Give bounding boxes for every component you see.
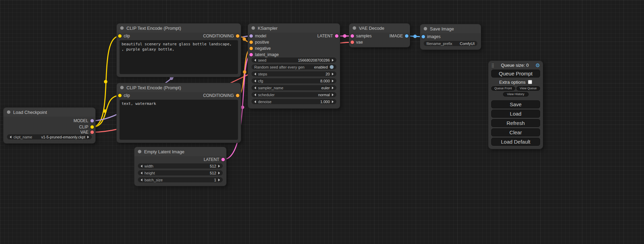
images-input-port[interactable]: [422, 35, 425, 38]
widget-label: scheduler: [258, 93, 275, 97]
height-widget[interactable]: height 512: [138, 170, 223, 175]
collapse-dot-icon[interactable]: [353, 26, 356, 30]
prev-value-icon[interactable]: [10, 136, 11, 138]
cfg-widget[interactable]: cfg 8.000: [252, 78, 336, 83]
latent-image-input-label: latent_image: [255, 52, 279, 58]
toggle-icon[interactable]: [330, 65, 334, 69]
seed-widget[interactable]: seed 156680208700286: [252, 57, 336, 63]
queue-front-button[interactable]: Queue Front: [491, 86, 515, 91]
ckpt-name-widget[interactable]: ckpt_name v1-5-pruned-emaonly.ckpt: [7, 134, 92, 139]
random-seed-toggle-widget[interactable]: Random seed after every gen enabled: [252, 64, 336, 70]
collapse-dot-icon[interactable]: [424, 27, 427, 30]
refresh-button[interactable]: Refresh: [491, 119, 540, 127]
node-load-checkpoint-header[interactable]: Load Checkpoint: [3, 108, 95, 117]
node-ksampler[interactable]: KSampler model LATENT positive negative …: [248, 24, 340, 108]
node-clip-text-encode-negative[interactable]: CLIP Text Encode (Prompt) clip CONDITION…: [117, 83, 241, 143]
next-value-icon[interactable]: [332, 93, 334, 96]
queue-prompt-button[interactable]: Queue Prompt: [491, 70, 540, 78]
latent-output-port[interactable]: [335, 34, 338, 38]
negative-input-port[interactable]: [249, 47, 253, 50]
next-value-icon[interactable]: [87, 136, 89, 138]
slot-row: samples IMAGE: [349, 33, 410, 39]
widget-label: ckpt_name: [14, 135, 32, 139]
node-empty-latent-header[interactable]: Empty Latent Image: [134, 147, 226, 156]
sampler-name-widget[interactable]: sampler_name euler: [252, 85, 336, 90]
save-button[interactable]: Save: [491, 100, 540, 108]
slot-row: clip CONDITIONING: [117, 92, 241, 99]
settings-gear-icon[interactable]: ⚙: [536, 63, 540, 68]
increment-icon[interactable]: [218, 172, 220, 174]
widget-label: width: [144, 164, 153, 168]
model-output-port[interactable]: [90, 119, 94, 123]
node-save-image-header[interactable]: Save Image: [420, 24, 481, 33]
collapse-dot-icon[interactable]: [120, 26, 124, 30]
view-queue-button[interactable]: View Queue: [517, 86, 540, 91]
extra-options-checkbox[interactable]: [528, 80, 532, 84]
scheduler-widget[interactable]: scheduler normal: [252, 92, 336, 97]
filename-prefix-widget[interactable]: filename_prefix ComfyUI: [424, 41, 477, 46]
conditioning-output-port[interactable]: [236, 94, 239, 97]
positive-input-port[interactable]: [249, 40, 253, 44]
node-load-checkpoint[interactable]: Load Checkpoint MODEL CLIP VAE ckpt_name…: [3, 108, 95, 143]
conditioning-output-port[interactable]: [236, 34, 239, 38]
vae-output-port[interactable]: [90, 130, 94, 134]
node-vae-decode-header[interactable]: VAE Decode: [349, 24, 410, 33]
node-title: CLIP Text Encode (Prompt): [126, 85, 181, 90]
decrement-icon[interactable]: [254, 73, 256, 75]
collapse-dot-icon[interactable]: [252, 26, 255, 30]
node-save-image[interactable]: Save Image images filename_prefix ComfyU…: [420, 24, 481, 49]
node-title: Empty Latent Image: [144, 149, 184, 154]
next-value-icon[interactable]: [332, 87, 334, 89]
node-ksampler-header[interactable]: KSampler: [248, 24, 340, 33]
collapse-dot-icon[interactable]: [138, 150, 141, 153]
increment-icon[interactable]: [332, 59, 334, 62]
increment-icon[interactable]: [218, 179, 220, 181]
collapse-dot-icon[interactable]: [7, 110, 10, 114]
vae-input-port[interactable]: [351, 40, 354, 44]
prev-value-icon[interactable]: [254, 93, 256, 96]
clip-input-port[interactable]: [118, 94, 122, 97]
steps-widget[interactable]: steps 20: [252, 71, 336, 76]
increment-icon[interactable]: [332, 73, 334, 75]
clip-input-port[interactable]: [118, 34, 122, 38]
drag-handle-icon[interactable]: ⣿: [491, 63, 494, 67]
positive-input-label: positive: [255, 39, 269, 45]
collapse-dot-icon[interactable]: [120, 86, 124, 89]
node-vae-decode[interactable]: VAE Decode samples IMAGE vae: [349, 24, 410, 47]
slot-row: vae: [349, 39, 410, 45]
negative-input-label: negative: [255, 45, 271, 52]
denoise-widget[interactable]: denoise 1.000: [252, 99, 336, 104]
slot-row: images: [420, 34, 481, 40]
decrement-icon[interactable]: [254, 80, 256, 82]
positive-prompt-textarea[interactable]: beautiful scenery nature glass bottle la…: [120, 40, 238, 74]
decrement-icon[interactable]: [254, 100, 256, 103]
increment-icon[interactable]: [218, 165, 220, 168]
clear-button[interactable]: Clear: [491, 128, 540, 136]
node-clip-negative-header[interactable]: CLIP Text Encode (Prompt): [117, 83, 241, 92]
width-widget[interactable]: width 512: [138, 163, 223, 169]
increment-icon[interactable]: [332, 100, 334, 103]
latent-output-port[interactable]: [221, 158, 225, 161]
increment-icon[interactable]: [332, 80, 334, 82]
batch-size-widget[interactable]: batch_size 1: [138, 177, 223, 182]
widget-value: ComfyUI: [460, 42, 475, 46]
decrement-icon[interactable]: [141, 172, 142, 174]
decrement-icon[interactable]: [141, 165, 142, 168]
node-clip-text-encode-positive[interactable]: CLIP Text Encode (Prompt) clip CONDITION…: [117, 24, 241, 77]
clip-output-port[interactable]: [90, 125, 94, 129]
node-clip-positive-header[interactable]: CLIP Text Encode (Prompt): [117, 24, 241, 33]
model-input-label: model: [255, 33, 266, 39]
node-empty-latent-image[interactable]: Empty Latent Image LATENT width 512 heig…: [134, 147, 226, 186]
decrement-icon[interactable]: [254, 59, 256, 62]
load-button[interactable]: Load: [491, 110, 540, 118]
latent-image-input-port[interactable]: [249, 53, 253, 56]
samples-input-port[interactable]: [351, 34, 354, 38]
image-output-port[interactable]: [405, 34, 408, 38]
prev-value-icon[interactable]: [254, 87, 256, 89]
view-history-button[interactable]: View History: [503, 92, 529, 97]
graph-canvas[interactable]: Load Checkpoint MODEL CLIP VAE ckpt_name…: [0, 0, 644, 244]
negative-prompt-textarea[interactable]: text, watermark: [120, 100, 238, 140]
load-default-button[interactable]: Load Default: [491, 138, 540, 146]
decrement-icon[interactable]: [141, 179, 142, 181]
model-input-port[interactable]: [249, 34, 253, 38]
